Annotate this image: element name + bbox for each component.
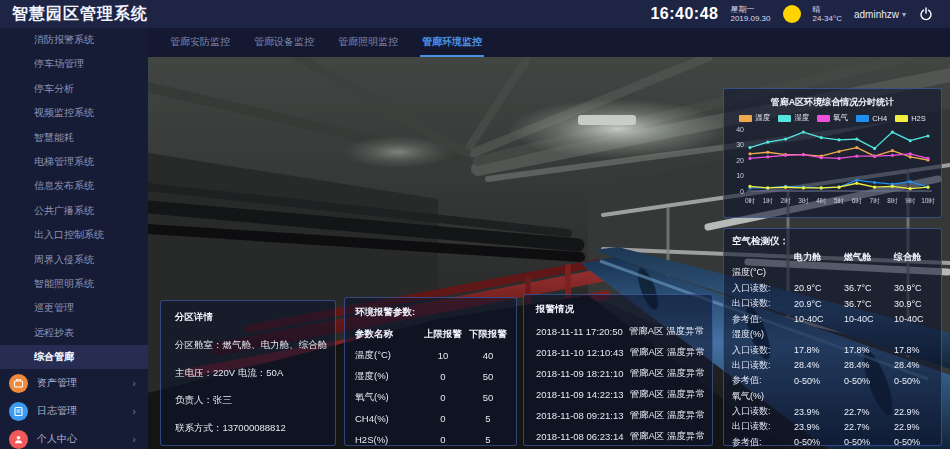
env-line-chart: 0102030400时1时2时3时4时5时6时7时8时9时10时	[730, 123, 935, 211]
svg-text:30: 30	[736, 141, 744, 148]
table-row: 湿度(%)050	[355, 366, 506, 387]
table-row: 出口读数:23.9%22.7%22.9%	[732, 419, 933, 434]
chevron-right-icon: ›	[132, 433, 136, 445]
col-power-cabin: 电力舱	[794, 251, 844, 264]
sidebar-item-perimeter-intrusion[interactable]: 周界入侵系统	[0, 248, 148, 272]
air-group-humidity: 湿度(%)	[732, 327, 933, 342]
svg-text:2时: 2时	[781, 197, 792, 204]
tab-equipment-monitoring[interactable]: 管廊设备监控	[252, 28, 316, 57]
tab-bar: 管廊安防监控 管廊设备监控 管廊照明监控 管廊环境监控	[148, 28, 950, 57]
log-icon	[9, 402, 28, 421]
table-row: 参考值:10-40C10-40C10-40C	[732, 312, 933, 327]
legend-label: 湿度	[794, 113, 809, 123]
weather-text: 晴	[813, 5, 842, 14]
zone-cabins: 分区舱室：燃气舱、电力舱、综合舱	[175, 339, 321, 352]
chevron-down-icon: ▾	[902, 10, 906, 19]
sidebar-item-fire-alarm[interactable]: 消防报警系统	[0, 28, 148, 52]
asset-icon	[9, 374, 28, 393]
zone-voltage-current: 主电压：220V 电流：50A	[175, 367, 321, 380]
table-row: 参考值:0-50%0-50%0-50%	[732, 373, 933, 388]
sidebar-item-public-broadcast[interactable]: 公共广播系统	[0, 199, 148, 223]
sidebar-item-smart-energy[interactable]: 智慧能耗	[0, 126, 148, 150]
sidebar-item-video-surveillance[interactable]: 视频监控系统	[0, 101, 148, 125]
power-button[interactable]	[918, 6, 934, 22]
sidebar-item-parking-analysis[interactable]: 停车分析	[0, 77, 148, 101]
svg-text:5时: 5时	[834, 197, 845, 204]
legend-item-h2s: H2S	[895, 113, 926, 123]
chevron-right-icon: ›	[132, 405, 136, 417]
sidebar-item-info-publish[interactable]: 信息发布系统	[0, 174, 148, 198]
air-group-oxygen: 氧气(%)	[732, 389, 933, 404]
weekday: 星期一	[730, 5, 770, 14]
table-row: CH4(%)05	[355, 408, 506, 429]
zone-detail-panel: 分区详情 分区舱室：燃气舱、电力舱、综合舱 主电压：220V 电流：50A 负责…	[160, 300, 336, 446]
user-menu[interactable]: adminhzw ▾	[854, 9, 906, 20]
list-item: 2018-11-09 18:21:10管廊A区 温度异常	[536, 363, 700, 384]
sidebar-item-asset-mgmt[interactable]: 资产管理 ›	[0, 369, 148, 397]
list-item: 2018-11-10 12:10:43管廊A区 温度异常	[536, 342, 700, 363]
sidebar-item-elevator[interactable]: 电梯管理系统	[0, 150, 148, 174]
app-title: 智慧园区管理系统	[0, 4, 300, 25]
env-analysis-chart-panel: 管廊A区环境综合情况分时统计 温度 湿度 氧气 CH4 H2S 01020304…	[723, 88, 942, 218]
main-view: 管廊A区环境综合情况分时统计 温度 湿度 氧气 CH4 H2S 01020304…	[148, 57, 950, 449]
svg-text:10: 10	[736, 172, 744, 179]
table-row: 出口读数:20.9°C36.7°C30.9°C	[732, 296, 933, 311]
table-row: 入口读数:17.8%17.8%17.8%	[732, 342, 933, 357]
sidebar-item-utility-tunnel[interactable]: 综合管廊	[0, 345, 148, 369]
sidebar-item-parking-mgmt[interactable]: 停车场管理	[0, 52, 148, 76]
svg-text:1时: 1时	[763, 197, 774, 204]
svg-text:9时: 9时	[905, 197, 916, 204]
username: adminhzw	[854, 9, 899, 20]
legend-item-oxygen: 氧气	[817, 113, 848, 123]
sun-icon	[783, 5, 801, 23]
sidebar-item-patrol-mgmt[interactable]: 巡更管理	[0, 296, 148, 320]
tab-security-monitoring[interactable]: 管廊安防监控	[168, 28, 232, 57]
svg-text:8时: 8时	[887, 197, 898, 204]
alarm-list-panel: 报警情况 2018-11-11 17:20:50管廊A区 温度异常 2018-1…	[523, 294, 713, 446]
table-row: 入口读数:20.9°C36.7°C30.9°C	[732, 281, 933, 296]
table-row: 温度(°C)1040	[355, 345, 506, 366]
sidebar-item-log-mgmt[interactable]: 日志管理 ›	[0, 397, 148, 425]
header-right-cluster: 16:40:48 星期一 2019.09.30 晴 24-34°C adminh…	[650, 5, 950, 23]
sidebar: 消防报警系统 停车场管理 停车分析 视频监控系统 智慧能耗 电梯管理系统 信息发…	[0, 28, 148, 449]
table-header-row: 参数名称上限报警下限报警	[355, 324, 506, 345]
tab-environment-monitoring[interactable]: 管廊环境监控	[420, 28, 484, 57]
date-block: 星期一 2019.09.30	[730, 5, 770, 23]
svg-text:20: 20	[736, 157, 744, 164]
date: 2019.09.30	[730, 14, 770, 23]
sidebar-item-label: 日志管理	[37, 404, 77, 418]
legend-swatch	[778, 115, 791, 122]
tab-lighting-monitoring[interactable]: 管廊照明监控	[336, 28, 400, 57]
legend-swatch	[817, 115, 830, 122]
svg-text:10时: 10时	[921, 197, 935, 204]
alarm-params-panel: 环境报警参数: 参数名称上限报警下限报警 温度(°C)1040 湿度(%)050…	[344, 297, 517, 446]
legend-label: 氧气	[833, 113, 848, 123]
list-item: 2018-11-11 17:20:50管廊A区 温度异常	[536, 321, 700, 342]
table-row: 出口读数:28.4%28.4%28.4%	[732, 358, 933, 373]
alarm-list-title: 报警情况	[536, 303, 700, 321]
chart-legend: 温度 湿度 氧气 CH4 H2S	[730, 113, 935, 123]
sidebar-item-access-control[interactable]: 出入口控制系统	[0, 223, 148, 247]
list-item: 2018-11-09 14:22:13管廊A区 温度异常	[536, 384, 700, 405]
zone-manager: 负责人：张三	[175, 394, 321, 407]
legend-label: H2S	[911, 114, 926, 123]
legend-swatch	[739, 115, 752, 122]
legend-label: CH4	[872, 114, 887, 123]
list-item: 2018-11-08 09:21:13管廊A区 温度异常	[536, 405, 700, 426]
power-icon	[919, 7, 933, 21]
air-detector-panel: 空气检测仪： 电力舱 燃气舱 综合舱 温度(°C) 入口读数:20.9°C36.…	[723, 228, 942, 446]
air-table-header: 电力舱 燃气舱 综合舱	[732, 250, 933, 265]
sidebar-item-smart-lighting[interactable]: 智能照明系统	[0, 272, 148, 296]
sidebar-item-remote-meter[interactable]: 远程抄表	[0, 321, 148, 345]
svg-text:7时: 7时	[870, 197, 881, 204]
sidebar-item-personal-center[interactable]: 个人中心 ›	[0, 425, 148, 449]
table-row: 氧气(%)050	[355, 387, 506, 408]
air-group-temperature: 温度(°C)	[732, 265, 933, 280]
user-icon	[9, 430, 28, 449]
table-row: 参考值:0-50%0-50%0-50%	[732, 435, 933, 449]
table-row: H2S(%)05	[355, 429, 506, 449]
zone-contact: 联系方式：137000088812	[175, 422, 321, 435]
top-header: 智慧园区管理系统 16:40:48 星期一 2019.09.30 晴 24-34…	[0, 0, 950, 28]
zone-detail-title: 分区详情	[175, 311, 321, 324]
weather-block: 晴 24-34°C	[813, 5, 842, 23]
